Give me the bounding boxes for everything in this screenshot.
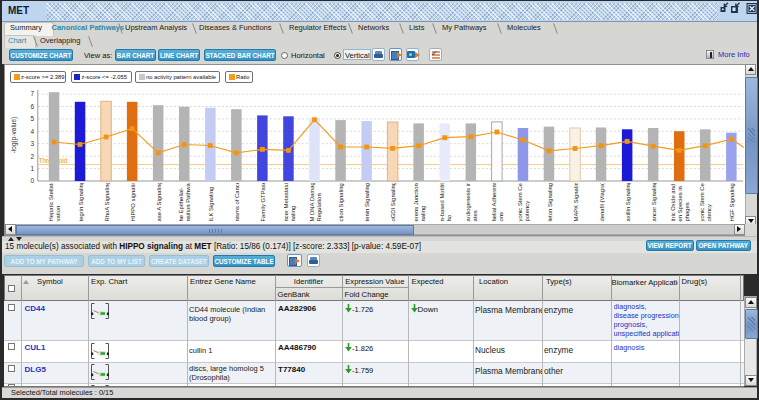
- svg-text:RhoA Signaling: RhoA Signaling: [104, 181, 110, 221]
- svg-text:ardiogenesis inates: ardiogenesis inates: [465, 182, 478, 222]
- svg-text:6: 6: [30, 103, 34, 110]
- svg-text:7: 7: [30, 90, 34, 97]
- svg-text:HGF Signaling: HGF Signaling: [729, 183, 735, 221]
- svg-text:1: 1: [30, 165, 34, 172]
- svg-text:tegrin Signaling: tegrin Signaling: [78, 181, 84, 222]
- svg-text:4: 4: [30, 128, 34, 135]
- svg-text:ction Signaling: ction Signaling: [338, 183, 344, 221]
- svg-text:erens Junctionnaling: erens Junctionnaling: [413, 183, 426, 221]
- svg-text:helial Adherensons: helial Adherensons: [491, 181, 504, 221]
- svg-text:ancer Signaling: ancer Signaling: [651, 181, 657, 222]
- svg-text:nisms of Cancer: nisms of Cancer: [234, 179, 240, 222]
- svg-text:n-based Motilityho: n-based Motilityho: [439, 180, 452, 221]
- svg-text:HIPPO signaling: HIPPO signaling: [130, 178, 136, 221]
- svg-text:ILK Signaling: ILK Signaling: [208, 187, 214, 222]
- svg-text:MAPK Signaling: MAPK Signaling: [573, 179, 579, 222]
- svg-text:yonic Stem Cellpotency: yonic Stem Cellpotency: [517, 181, 530, 222]
- svg-text:ncer Metastasisnaling: ncer Metastasisnaling: [283, 180, 296, 221]
- svg-text:axillin Signaling: axillin Signaling: [625, 181, 631, 222]
- svg-text:itric Oxide anden Species inph: itric Oxide anden Species inphages: [670, 184, 690, 222]
- svg-text:Family GTPases: Family GTPases: [260, 178, 266, 222]
- svg-text:Hepatic Stellatevation: Hepatic Stellatevation: [48, 180, 61, 222]
- svg-text:denafil (Viagra): denafil (Viagra): [599, 182, 605, 222]
- svg-text:leton Signaling: leton Signaling: [547, 183, 553, 222]
- svg-text:ase A Signaling: ase A Signaling: [156, 181, 162, 221]
- svg-text:yonic Stem Cellotency: yonic Stem Cellotency: [699, 181, 712, 222]
- svg-text:oGDI Signaling: oGDI Signaling: [390, 182, 396, 222]
- svg-text:M DNA DamageRegulation: M DNA DamageRegulation: [309, 178, 322, 221]
- svg-text:-log(p-value): -log(p-value): [10, 117, 18, 154]
- svg-text:3: 3: [30, 140, 34, 147]
- svg-text:5: 5: [30, 115, 34, 122]
- svg-text:2: 2: [30, 153, 34, 160]
- svg-text:he Epithelial-nsition Pathway: he Epithelial-nsition Pathway: [178, 180, 191, 221]
- svg-text:tenin Signaling: tenin Signaling: [364, 183, 370, 222]
- svg-text:0: 0: [30, 177, 34, 184]
